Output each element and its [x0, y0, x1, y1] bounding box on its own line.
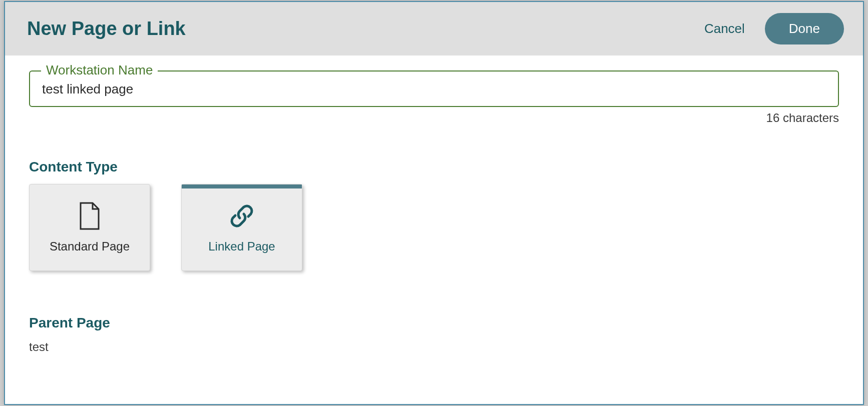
- content-type-options: Standard Page Linked Page: [29, 184, 839, 271]
- dialog-body: Workstation Name 16 characters Content T…: [5, 56, 863, 374]
- content-type-linked-page[interactable]: Linked Page: [181, 184, 302, 271]
- content-type-heading: Content Type: [29, 159, 839, 175]
- link-icon: [228, 202, 256, 230]
- file-icon: [79, 202, 101, 230]
- content-type-label: Standard Page: [50, 240, 130, 254]
- workstation-name-field-wrap: Workstation Name: [29, 70, 839, 107]
- dialog-title: New Page or Link: [27, 18, 186, 40]
- new-page-dialog: New Page or Link Cancel Done Workstation…: [4, 1, 864, 405]
- dialog-header: New Page or Link Cancel Done: [5, 2, 863, 56]
- parent-page-value: test: [29, 340, 839, 354]
- done-button[interactable]: Done: [765, 13, 844, 44]
- workstation-name-label: Workstation Name: [41, 62, 158, 78]
- header-actions: Cancel Done: [704, 13, 844, 44]
- character-count: 16 characters: [29, 111, 839, 125]
- content-type-standard-page[interactable]: Standard Page: [29, 184, 150, 271]
- cancel-button[interactable]: Cancel: [704, 21, 745, 36]
- workstation-name-input[interactable]: [42, 82, 826, 97]
- content-type-label: Linked Page: [208, 240, 275, 254]
- parent-page-heading: Parent Page: [29, 315, 839, 331]
